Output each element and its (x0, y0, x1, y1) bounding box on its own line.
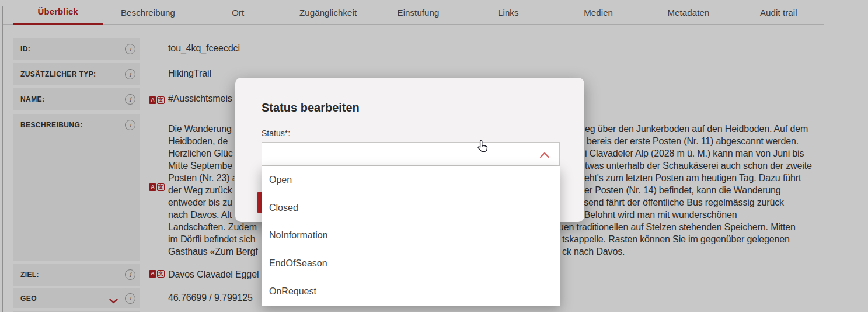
dropdown-option-noinformation[interactable]: NoInformation (262, 222, 560, 250)
status-field-label: Status*: (262, 129, 290, 138)
page: Überblick Beschreibung Ort Zugänglichkei… (0, 0, 868, 312)
status-select[interactable] (262, 142, 560, 166)
modal-title: Status bearbeiten (262, 101, 360, 115)
dropdown-option-endofseason[interactable]: EndOfSeason (262, 249, 560, 278)
status-dropdown-list: Open Closed NoInformation EndOfSeason On… (262, 166, 560, 306)
dropdown-option-onrequest[interactable]: OnRequest (262, 278, 560, 306)
dropdown-option-closed[interactable]: Closed (262, 194, 560, 222)
dropdown-option-open[interactable]: Open (262, 166, 560, 194)
chevron-up-icon (539, 150, 550, 161)
